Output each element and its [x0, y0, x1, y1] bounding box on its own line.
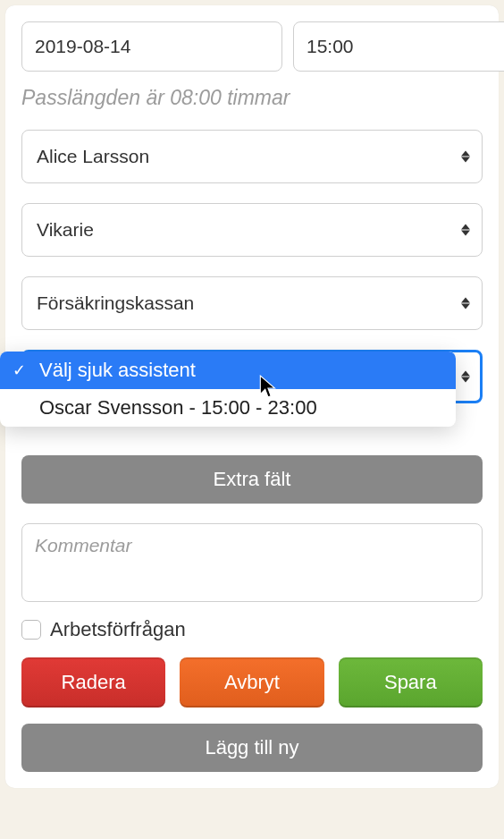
role-select-value: Vikarie: [37, 219, 94, 241]
work-request-label: Arbetsförfrågan: [50, 618, 186, 641]
role-select[interactable]: Vikarie: [21, 203, 483, 257]
source-select[interactable]: Försäkringskassan: [21, 276, 483, 330]
delete-button[interactable]: Radera: [21, 657, 165, 708]
person-select-value: Alice Larsson: [37, 146, 149, 167]
action-button-row: Radera Avbryt Spara: [21, 657, 483, 708]
person-select-wrap: Alice Larsson: [21, 130, 483, 183]
dropdown-option-placeholder[interactable]: ✓ Välj sjuk assistent: [0, 352, 456, 389]
source-select-wrap: Försäkringskassan: [21, 276, 483, 330]
duration-label: Passlängden är 08:00 timmar: [21, 86, 483, 110]
role-select-wrap: Vikarie: [21, 203, 483, 257]
check-icon: ✓: [13, 360, 26, 380]
assistant-dropdown: ✓ Välj sjuk assistent Oscar Svensson - 1…: [0, 352, 456, 427]
add-new-button[interactable]: Lägg till ny: [21, 724, 483, 772]
dropdown-option-label: Välj sjuk assistent: [39, 359, 196, 381]
work-request-checkbox[interactable]: [21, 620, 41, 640]
assistant-select-wrap: ✓ Välj sjuk assistent Oscar Svensson - 1…: [21, 350, 483, 403]
extra-fields-button[interactable]: Extra fält: [21, 455, 483, 504]
datetime-row: [21, 21, 483, 72]
person-select[interactable]: Alice Larsson: [21, 130, 483, 183]
dropdown-option-label: Oscar Svensson - 15:00 - 23:00: [39, 396, 317, 419]
work-request-row: Arbetsförfrågan: [21, 618, 483, 641]
comment-textarea[interactable]: [21, 523, 483, 602]
shift-form-panel: Passlängden är 08:00 timmar Alice Larsso…: [5, 5, 499, 788]
date-input[interactable]: [21, 21, 282, 72]
save-button[interactable]: Spara: [339, 657, 483, 708]
cancel-button[interactable]: Avbryt: [180, 657, 323, 708]
dropdown-option-assistant[interactable]: Oscar Svensson - 15:00 - 23:00: [0, 389, 456, 427]
start-time-input[interactable]: [293, 21, 504, 72]
source-select-value: Försäkringskassan: [37, 292, 194, 314]
